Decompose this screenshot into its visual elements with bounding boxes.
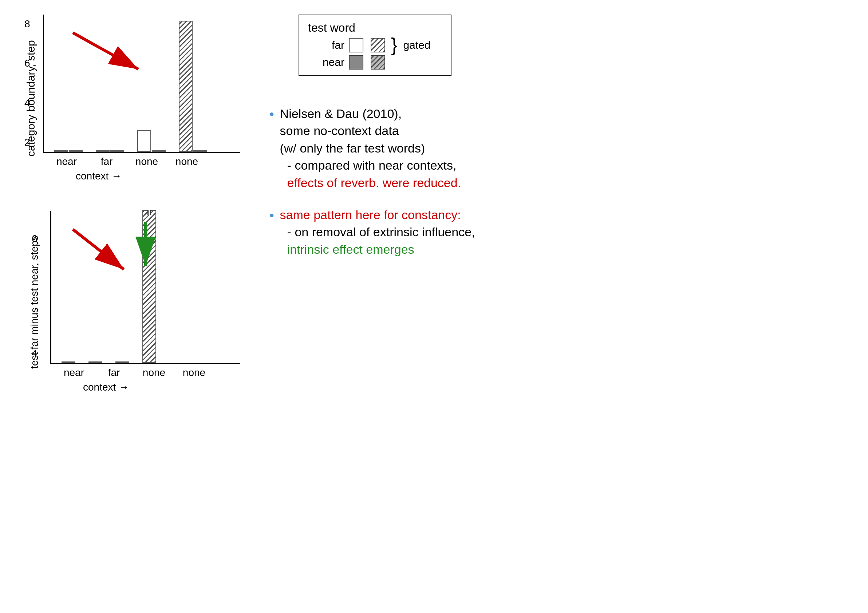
bar-near-near bbox=[69, 150, 83, 152]
swatch-far-solid bbox=[349, 38, 363, 53]
bullet-dot-1: • bbox=[270, 107, 274, 122]
chart2-x-labels: near far none none bbox=[50, 367, 240, 379]
y-tick2: 6 bbox=[32, 233, 37, 245]
chart1-context-label: context → bbox=[46, 170, 240, 182]
swatch-near-hatch bbox=[370, 55, 385, 70]
bullet2-line: same pattern here for constancy: bbox=[280, 206, 475, 224]
bar-none2-near bbox=[193, 150, 207, 152]
bar-far-far bbox=[96, 150, 110, 152]
bar2-group-far bbox=[88, 361, 102, 363]
x2-label-near: near bbox=[60, 367, 87, 379]
bar-none1-near bbox=[152, 150, 166, 152]
text-section: • Nielsen & Dau (2010), some no-context … bbox=[270, 105, 846, 259]
bar-far-near bbox=[110, 150, 124, 152]
legend-gated-label: gated bbox=[403, 39, 430, 51]
bar-none1-far bbox=[137, 130, 151, 152]
x-label-none2: none bbox=[173, 156, 200, 167]
bar2-near-far bbox=[62, 361, 75, 363]
bullet-dot-2: • bbox=[270, 208, 274, 223]
y-tick: 6 bbox=[25, 57, 30, 69]
bullet-item-1: • Nielsen & Dau (2010), some no-context … bbox=[270, 105, 846, 192]
chart2-context-label: context → bbox=[54, 381, 240, 393]
bar2-none1-far bbox=[115, 361, 129, 363]
bar-group-near bbox=[54, 150, 83, 152]
swatch-near-solid bbox=[349, 55, 363, 70]
bar-group-far bbox=[96, 150, 124, 152]
bullet2-dash: - on removal of extrinsic influence, bbox=[287, 223, 475, 241]
legend-row-near: near bbox=[315, 55, 442, 70]
legend-row-far: far } gated bbox=[315, 37, 442, 53]
bar2-none2-hatch bbox=[143, 210, 156, 363]
x-label-far: far bbox=[93, 156, 120, 167]
bullet1-line2: some no-context data bbox=[280, 122, 461, 140]
bullet1-line1: Nielsen & Dau (2010), bbox=[280, 105, 461, 123]
y-tick: 2 bbox=[25, 136, 30, 148]
bullet1-dash-colored: effects of reverb. were reduced. bbox=[287, 174, 461, 192]
y-tick2: 4 bbox=[32, 348, 37, 359]
bullet1-dash: - compared with near contexts, bbox=[287, 157, 461, 174]
x2-label-far: far bbox=[101, 367, 127, 379]
bar2-group-none1 bbox=[115, 361, 129, 363]
swatch-far-hatch bbox=[370, 38, 385, 53]
x2-label-none2: none bbox=[181, 367, 208, 379]
y-tick: 4 bbox=[25, 97, 30, 109]
bar-group-none1 bbox=[137, 130, 166, 152]
legend-label-near: near bbox=[315, 56, 344, 68]
legend-brace: } bbox=[391, 37, 397, 53]
bar2-far-far bbox=[88, 361, 102, 363]
bar2-group-none2 bbox=[143, 210, 156, 363]
legend-box: test word far } gated near bbox=[299, 15, 451, 76]
bar-near-far bbox=[54, 150, 68, 152]
bullet-item-2: • same pattern here for constancy: - on … bbox=[270, 206, 846, 259]
bullet2-dash-colored: intrinsic effect emerges bbox=[287, 241, 475, 259]
x-label-none1: none bbox=[133, 156, 160, 167]
legend-label-far: far bbox=[315, 39, 344, 51]
bar-group-none2 bbox=[179, 21, 207, 152]
bullet1-line3: (w/ only the far test words) bbox=[280, 140, 461, 157]
chart1-x-labels: near far none none bbox=[43, 156, 240, 167]
x2-label-none1: none bbox=[141, 367, 167, 379]
bar-none2-far bbox=[179, 21, 192, 152]
bar2-group-near bbox=[62, 361, 75, 363]
y-tick: 8 bbox=[25, 18, 30, 30]
legend-title: test word bbox=[308, 21, 442, 35]
x-label-near: near bbox=[53, 156, 80, 167]
